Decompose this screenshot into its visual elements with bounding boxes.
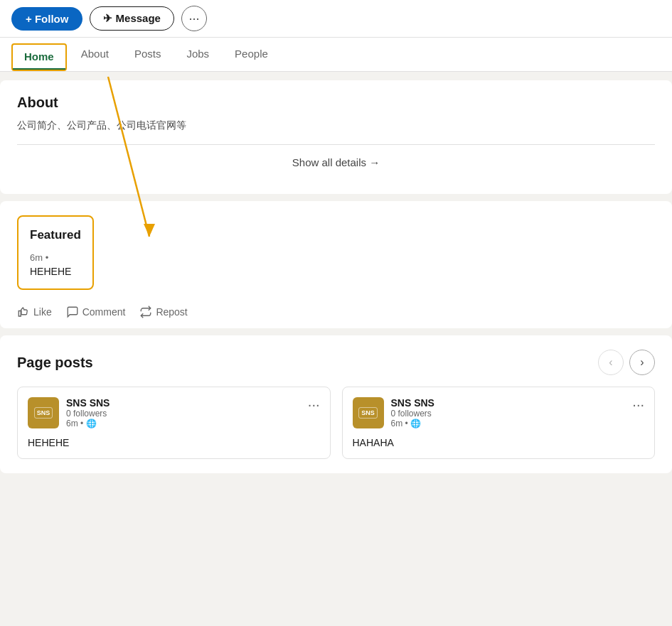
tab-people[interactable]: People [222, 38, 281, 71]
post-card: SNS SNS SNS 0 followers 6m • 🌐 ··· HAHAH… [342, 387, 656, 459]
reaction-bar: Like Comment Repost [17, 297, 655, 321]
follow-button-label: + Follow [26, 13, 68, 25]
chevron-right-icon: › [640, 356, 644, 369]
featured-title: Featured [30, 228, 81, 242]
posts-grid: SNS SNS SNS 0 followers 6m • 🌐 ··· HEHEH… [17, 387, 655, 459]
show-all-details-link[interactable]: Show all details → [17, 144, 655, 180]
about-section: About 公司简介、公司产品、公司电话官网等 Show all details… [0, 80, 672, 194]
post-time: 6m • 🌐 [391, 419, 434, 428]
featured-card: Featured 6m • HEHEHE [17, 215, 94, 290]
post-company-name: SNS SNS [391, 397, 434, 409]
repost-icon [139, 306, 152, 318]
comment-icon [66, 306, 79, 318]
carousel-prev-button[interactable]: ‹ [598, 350, 624, 375]
post-info: SNS SNS 0 followers 6m • 🌐 [66, 397, 110, 428]
avatar: SNS [353, 397, 384, 428]
follow-button[interactable]: + Follow [11, 7, 82, 31]
featured-meta: 6m • [30, 252, 81, 263]
repost-button[interactable]: Repost [139, 306, 187, 318]
more-icon: ··· [188, 11, 199, 26]
post-avatar-area: SNS SNS SNS 0 followers 6m • 🌐 [353, 397, 434, 428]
featured-text: HEHEHE [30, 266, 81, 277]
post-content: HAHAHA [353, 437, 645, 448]
message-button-label: ✈ Message [103, 12, 161, 25]
tab-jobs[interactable]: Jobs [174, 38, 222, 71]
post-card-header: SNS SNS SNS 0 followers 6m • 🌐 ··· [28, 397, 320, 428]
tab-about[interactable]: About [68, 38, 122, 71]
post-content: HEHEHE [28, 437, 320, 448]
tab-posts[interactable]: Posts [122, 38, 174, 71]
nav-tabs: Home About Posts Jobs People [0, 38, 672, 72]
tab-home[interactable]: Home [13, 45, 65, 70]
about-description: 公司简介、公司产品、公司电话官网等 [17, 118, 655, 133]
page-posts-header: Page posts ‹ › [17, 350, 655, 375]
like-icon [17, 306, 30, 318]
post-company-name: SNS SNS [66, 397, 110, 409]
chevron-left-icon: ‹ [609, 356, 612, 369]
post-avatar-area: SNS SNS SNS 0 followers 6m • 🌐 [28, 397, 110, 428]
post-followers: 0 followers [391, 409, 434, 419]
post-more-button[interactable]: ··· [308, 397, 320, 411]
featured-section: Featured 6m • HEHEHE Like [0, 201, 672, 328]
post-card: SNS SNS SNS 0 followers 6m • 🌐 ··· HEHEH… [17, 387, 331, 459]
post-time: 6m • 🌐 [66, 419, 110, 428]
page-posts-section: Page posts ‹ › SNS [0, 335, 672, 473]
more-button[interactable]: ··· [181, 6, 207, 31]
comment-button[interactable]: Comment [66, 306, 126, 318]
post-info: SNS SNS 0 followers 6m • 🌐 [391, 397, 434, 428]
post-more-button[interactable]: ··· [632, 397, 644, 411]
like-button[interactable]: Like [17, 306, 52, 318]
about-title: About [17, 95, 655, 111]
post-card-header: SNS SNS SNS 0 followers 6m • 🌐 ··· [353, 397, 645, 428]
page-posts-title: Page posts [17, 355, 93, 371]
post-followers: 0 followers [66, 409, 110, 419]
carousel-next-button[interactable]: › [629, 350, 655, 375]
carousel-controls: ‹ › [598, 350, 655, 375]
message-button[interactable]: ✈ Message [90, 6, 174, 31]
avatar: SNS [28, 397, 59, 428]
